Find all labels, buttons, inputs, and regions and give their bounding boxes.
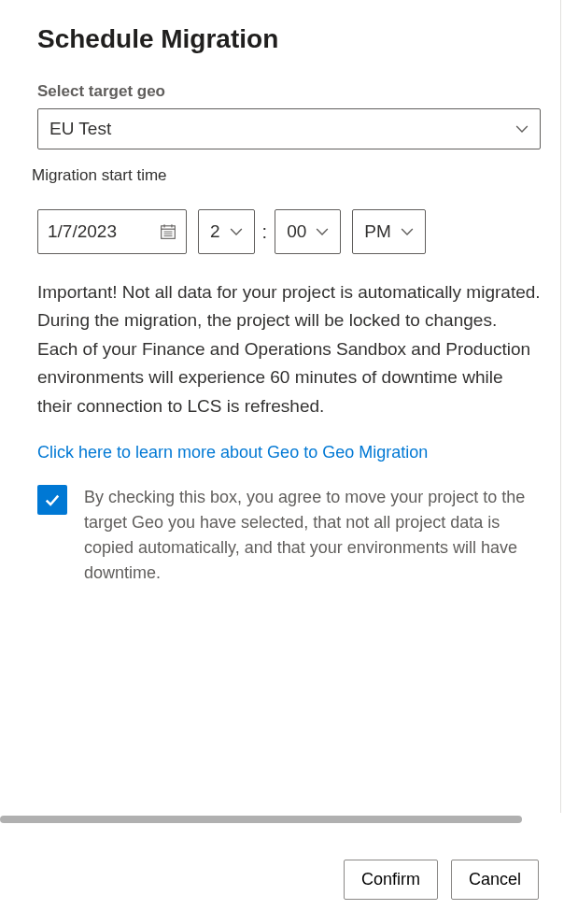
minute-value: 00 <box>287 221 306 242</box>
start-time-label: Migration start time <box>32 166 541 185</box>
ampm-dropdown[interactable]: PM <box>352 209 426 254</box>
page-title: Schedule Migration <box>37 24 541 54</box>
consent-text: By checking this box, you agree to move … <box>84 485 541 586</box>
warning-text: Important! Not all data for your project… <box>37 278 541 420</box>
hour-dropdown[interactable]: 2 <box>198 209 255 254</box>
learn-more-link[interactable]: Click here to learn more about Geo to Ge… <box>37 443 428 462</box>
hour-value: 2 <box>210 221 220 242</box>
chevron-down-icon <box>230 225 243 238</box>
calendar-icon <box>160 223 176 240</box>
cancel-button[interactable]: Cancel <box>451 860 539 900</box>
panel-divider <box>560 0 561 813</box>
minute-dropdown[interactable]: 00 <box>275 209 341 254</box>
horizontal-scrollbar[interactable] <box>0 816 522 823</box>
target-geo-label: Select target geo <box>37 82 541 101</box>
confirm-button[interactable]: Confirm <box>344 860 438 900</box>
ampm-value: PM <box>364 221 391 242</box>
target-geo-value: EU Test <box>49 119 111 139</box>
footer-buttons: Confirm Cancel <box>344 860 539 900</box>
target-geo-dropdown[interactable]: EU Test <box>37 108 541 149</box>
time-row: 1/7/2023 2 : 00 PM <box>37 209 541 254</box>
chevron-down-icon <box>401 225 414 238</box>
consent-checkbox[interactable] <box>37 485 67 515</box>
consent-row: By checking this box, you agree to move … <box>37 485 541 586</box>
chevron-down-icon <box>316 225 329 238</box>
date-input[interactable]: 1/7/2023 <box>37 209 187 254</box>
date-value: 1/7/2023 <box>48 221 117 242</box>
checkmark-icon <box>43 490 62 509</box>
time-colon: : <box>262 221 268 243</box>
svg-rect-0 <box>162 226 176 239</box>
chevron-down-icon <box>515 122 529 135</box>
schedule-migration-panel: Schedule Migration Select target geo EU … <box>0 0 578 586</box>
